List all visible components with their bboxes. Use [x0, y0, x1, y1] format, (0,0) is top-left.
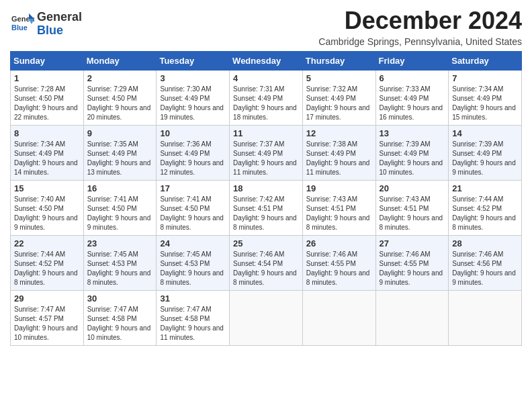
calendar-day-cell — [230, 291, 303, 346]
day-info: Sunrise: 7:38 AMSunset: 4:49 PMDaylight:… — [306, 140, 372, 177]
day-info: Sunrise: 7:45 AMSunset: 4:53 PMDaylight:… — [87, 250, 153, 287]
weekday-header-saturday: Saturday — [449, 52, 522, 71]
calendar-week-row: 15Sunrise: 7:40 AMSunset: 4:50 PMDayligh… — [11, 181, 522, 236]
day-info: Sunrise: 7:28 AMSunset: 4:50 PMDaylight:… — [14, 85, 80, 122]
day-number: 9 — [87, 128, 153, 138]
day-info: Sunrise: 7:36 AMSunset: 4:49 PMDaylight:… — [160, 140, 226, 177]
calendar-day-cell: 24Sunrise: 7:45 AMSunset: 4:53 PMDayligh… — [157, 236, 230, 291]
calendar-day-cell: 16Sunrise: 7:41 AMSunset: 4:50 PMDayligh… — [83, 181, 157, 236]
calendar-day-cell — [449, 291, 522, 346]
weekday-header-tuesday: Tuesday — [157, 52, 230, 71]
calendar-day-cell — [375, 291, 449, 346]
day-number: 15 — [14, 183, 80, 193]
day-info: Sunrise: 7:29 AMSunset: 4:50 PMDaylight:… — [87, 85, 153, 122]
day-number: 7 — [452, 73, 518, 83]
calendar-day-cell: 28Sunrise: 7:46 AMSunset: 4:56 PMDayligh… — [449, 236, 522, 291]
day-info: Sunrise: 7:44 AMSunset: 4:52 PMDaylight:… — [452, 195, 518, 232]
day-info: Sunrise: 7:42 AMSunset: 4:51 PMDaylight:… — [233, 195, 299, 232]
day-number: 11 — [233, 128, 299, 138]
day-number: 5 — [306, 73, 372, 83]
logo: General Blue General Blue — [10, 11, 82, 38]
weekday-header-monday: Monday — [83, 52, 157, 71]
day-number: 26 — [306, 238, 372, 248]
calendar-day-cell: 22Sunrise: 7:44 AMSunset: 4:52 PMDayligh… — [11, 236, 84, 291]
day-number: 12 — [306, 128, 372, 138]
weekday-header-thursday: Thursday — [302, 52, 375, 71]
day-number: 16 — [87, 183, 153, 193]
page-header: General Blue General Blue December 2024 … — [10, 7, 522, 47]
day-number: 20 — [380, 183, 445, 193]
day-number: 17 — [160, 183, 226, 193]
day-info: Sunrise: 7:47 AMSunset: 4:58 PMDaylight:… — [87, 305, 153, 342]
calendar-day-cell: 7Sunrise: 7:34 AMSunset: 4:49 PMDaylight… — [449, 71, 522, 126]
title-area: December 2024 Cambridge Springs, Pennsyl… — [318, 7, 522, 47]
calendar-day-cell: 5Sunrise: 7:32 AMSunset: 4:49 PMDaylight… — [302, 71, 375, 126]
calendar-day-cell: 9Sunrise: 7:35 AMSunset: 4:49 PMDaylight… — [83, 126, 157, 181]
day-number: 23 — [87, 238, 153, 248]
weekday-header-sunday: Sunday — [11, 52, 84, 71]
calendar-day-cell: 25Sunrise: 7:46 AMSunset: 4:54 PMDayligh… — [230, 236, 303, 291]
weekday-header-row: SundayMondayTuesdayWednesdayThursdayFrid… — [11, 52, 522, 71]
calendar-day-cell: 8Sunrise: 7:34 AMSunset: 4:49 PMDaylight… — [11, 126, 84, 181]
day-number: 1 — [14, 73, 80, 83]
day-info: Sunrise: 7:43 AMSunset: 4:51 PMDaylight:… — [306, 195, 372, 232]
calendar-day-cell: 23Sunrise: 7:45 AMSunset: 4:53 PMDayligh… — [83, 236, 157, 291]
day-info: Sunrise: 7:39 AMSunset: 4:49 PMDaylight:… — [380, 140, 445, 177]
logo-icon: General Blue — [10, 12, 34, 36]
calendar-day-cell: 20Sunrise: 7:43 AMSunset: 4:51 PMDayligh… — [375, 181, 449, 236]
day-info: Sunrise: 7:31 AMSunset: 4:49 PMDaylight:… — [233, 85, 299, 122]
svg-text:Blue: Blue — [11, 24, 28, 32]
day-number: 22 — [14, 238, 80, 248]
month-title: December 2024 — [318, 7, 522, 35]
calendar-day-cell: 4Sunrise: 7:31 AMSunset: 4:49 PMDaylight… — [230, 71, 303, 126]
calendar-day-cell: 2Sunrise: 7:29 AMSunset: 4:50 PMDaylight… — [83, 71, 157, 126]
calendar-day-cell: 12Sunrise: 7:38 AMSunset: 4:49 PMDayligh… — [302, 126, 375, 181]
day-info: Sunrise: 7:37 AMSunset: 4:49 PMDaylight:… — [233, 140, 299, 177]
day-info: Sunrise: 7:43 AMSunset: 4:51 PMDaylight:… — [380, 195, 445, 232]
day-number: 8 — [14, 128, 80, 138]
calendar-week-row: 22Sunrise: 7:44 AMSunset: 4:52 PMDayligh… — [11, 236, 522, 291]
calendar-day-cell: 29Sunrise: 7:47 AMSunset: 4:57 PMDayligh… — [11, 291, 84, 346]
day-info: Sunrise: 7:45 AMSunset: 4:53 PMDaylight:… — [160, 250, 226, 287]
weekday-header-friday: Friday — [375, 52, 449, 71]
day-info: Sunrise: 7:44 AMSunset: 4:52 PMDaylight:… — [14, 250, 80, 287]
calendar-day-cell: 17Sunrise: 7:41 AMSunset: 4:50 PMDayligh… — [157, 181, 230, 236]
day-info: Sunrise: 7:34 AMSunset: 4:49 PMDaylight:… — [452, 85, 518, 122]
calendar-day-cell: 1Sunrise: 7:28 AMSunset: 4:50 PMDaylight… — [11, 71, 84, 126]
calendar-day-cell: 14Sunrise: 7:39 AMSunset: 4:49 PMDayligh… — [449, 126, 522, 181]
location: Cambridge Springs, Pennsylvania, United … — [318, 36, 522, 47]
day-info: Sunrise: 7:46 AMSunset: 4:54 PMDaylight:… — [233, 250, 299, 287]
calendar-table: SundayMondayTuesdayWednesdayThursdayFrid… — [10, 51, 522, 346]
day-info: Sunrise: 7:35 AMSunset: 4:49 PMDaylight:… — [87, 140, 153, 177]
day-number: 30 — [87, 293, 153, 304]
day-info: Sunrise: 7:47 AMSunset: 4:58 PMDaylight:… — [160, 305, 226, 342]
calendar-day-cell: 27Sunrise: 7:46 AMSunset: 4:55 PMDayligh… — [375, 236, 449, 291]
day-number: 29 — [14, 293, 80, 304]
day-info: Sunrise: 7:41 AMSunset: 4:50 PMDaylight:… — [87, 195, 153, 232]
calendar-day-cell: 13Sunrise: 7:39 AMSunset: 4:49 PMDayligh… — [375, 126, 449, 181]
calendar-day-cell — [302, 291, 375, 346]
calendar-day-cell: 3Sunrise: 7:30 AMSunset: 4:49 PMDaylight… — [157, 71, 230, 126]
day-info: Sunrise: 7:30 AMSunset: 4:49 PMDaylight:… — [160, 85, 226, 122]
calendar-week-row: 8Sunrise: 7:34 AMSunset: 4:49 PMDaylight… — [11, 126, 522, 181]
day-number: 28 — [452, 238, 518, 248]
day-number: 21 — [452, 183, 518, 193]
day-number: 19 — [306, 183, 372, 193]
calendar-day-cell: 18Sunrise: 7:42 AMSunset: 4:51 PMDayligh… — [230, 181, 303, 236]
calendar-day-cell: 26Sunrise: 7:46 AMSunset: 4:55 PMDayligh… — [302, 236, 375, 291]
day-info: Sunrise: 7:46 AMSunset: 4:55 PMDaylight:… — [306, 250, 372, 287]
day-number: 2 — [87, 73, 153, 83]
logo-text: General Blue — [37, 11, 82, 38]
day-number: 6 — [380, 73, 445, 83]
day-info: Sunrise: 7:39 AMSunset: 4:49 PMDaylight:… — [452, 140, 518, 177]
calendar-day-cell: 15Sunrise: 7:40 AMSunset: 4:50 PMDayligh… — [11, 181, 84, 236]
calendar-day-cell: 11Sunrise: 7:37 AMSunset: 4:49 PMDayligh… — [230, 126, 303, 181]
calendar-week-row: 29Sunrise: 7:47 AMSunset: 4:57 PMDayligh… — [11, 291, 522, 346]
day-number: 24 — [160, 238, 226, 248]
day-info: Sunrise: 7:40 AMSunset: 4:50 PMDaylight:… — [14, 195, 80, 232]
logo-general: General — [37, 11, 82, 24]
day-number: 18 — [233, 183, 299, 193]
day-number: 31 — [160, 293, 226, 304]
day-number: 3 — [160, 73, 226, 83]
weekday-header-wednesday: Wednesday — [230, 52, 303, 71]
